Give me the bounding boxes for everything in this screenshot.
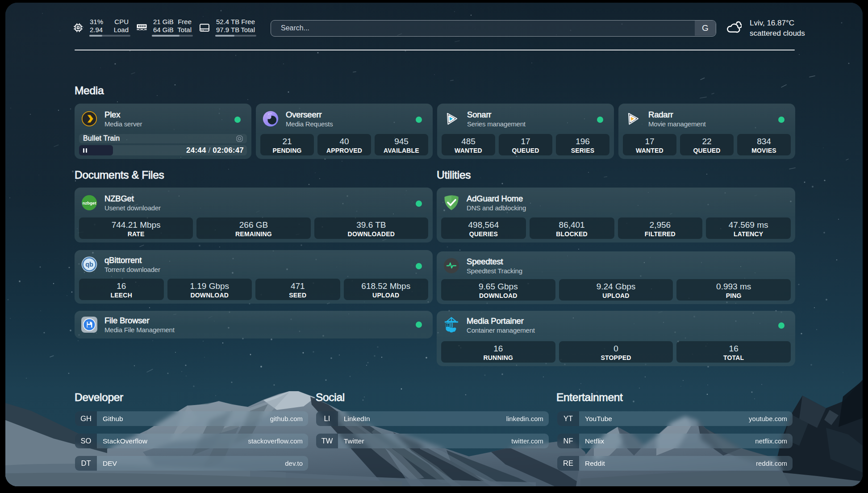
svg-text:qb: qb <box>85 261 93 268</box>
svg-text:nzbget: nzbget <box>83 201 96 205</box>
